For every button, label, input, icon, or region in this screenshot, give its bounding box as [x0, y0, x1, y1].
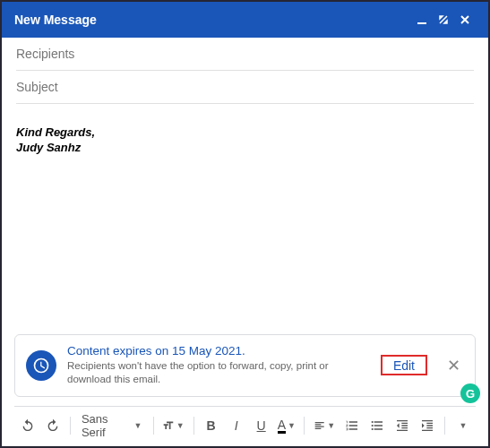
subject-placeholder: Subject — [16, 80, 58, 94]
confidential-close-button[interactable]: ✕ — [443, 356, 464, 375]
close-button[interactable] — [454, 9, 476, 30]
caret-down-icon: ▼ — [176, 421, 185, 430]
bold-button[interactable]: B — [200, 414, 223, 437]
caret-down-icon: ▼ — [288, 421, 296, 430]
recipients-placeholder: Recipients — [16, 47, 74, 61]
window-title: New Message — [14, 13, 97, 27]
font-family-select[interactable]: Sans Serif ▼ — [76, 412, 148, 439]
compose-window: New Message Recipients Subject Kind Rega… — [2, 2, 488, 446]
confidential-text: Content expires on 15 May 2021. Recipien… — [67, 344, 370, 387]
signature-line-1: Kind Regards, — [16, 125, 474, 139]
edit-label: Edit — [386, 355, 422, 376]
font-size-button[interactable]: ▼ — [159, 414, 187, 437]
bottom-area: Content expires on 15 May 2021. Recipien… — [2, 325, 488, 446]
redo-button[interactable] — [41, 414, 64, 437]
indent-more-button[interactable] — [416, 414, 439, 437]
recipients-field[interactable]: Recipients — [16, 38, 474, 71]
underline-button[interactable]: U — [250, 414, 273, 437]
caret-down-icon: ▼ — [134, 421, 142, 430]
bulleted-list-button[interactable] — [365, 414, 389, 437]
message-body[interactable]: Kind Regards, Judy Sanhz — [2, 104, 488, 325]
confidential-subtitle: Recipients won't have the option to forw… — [67, 359, 370, 387]
grammarly-icon[interactable]: G — [460, 383, 480, 403]
confidential-banner: Content expires on 15 May 2021. Recipien… — [14, 334, 476, 397]
align-button[interactable]: ▼ — [310, 414, 339, 437]
subject-field[interactable]: Subject — [16, 71, 474, 104]
confidential-title: Content expires on 15 May 2021. — [67, 344, 370, 358]
title-bar: New Message — [2, 2, 488, 38]
text-color-button[interactable]: A ▼ — [275, 414, 298, 437]
numbered-list-button[interactable] — [340, 414, 364, 437]
undo-button[interactable] — [16, 414, 39, 437]
header-fields: Recipients Subject — [2, 38, 488, 104]
caret-down-icon: ▼ — [460, 421, 468, 430]
caret-down-icon: ▼ — [327, 421, 335, 430]
font-family-label: Sans Serif — [82, 412, 129, 439]
confidential-edit-button[interactable]: Edit — [381, 358, 427, 374]
indent-less-button[interactable] — [391, 414, 414, 437]
popout-button[interactable] — [433, 9, 454, 30]
format-toolbar: Sans Serif ▼ ▼ B I U A ▼ ▼ — [14, 406, 476, 439]
minimize-button[interactable] — [411, 9, 433, 30]
italic-button[interactable]: I — [225, 414, 248, 437]
confidential-clock-icon — [26, 350, 56, 381]
svg-rect-0 — [417, 22, 426, 24]
signature-line-2: Judy Sanhz — [16, 141, 474, 154]
more-formatting-button[interactable]: ▼ — [451, 414, 474, 437]
